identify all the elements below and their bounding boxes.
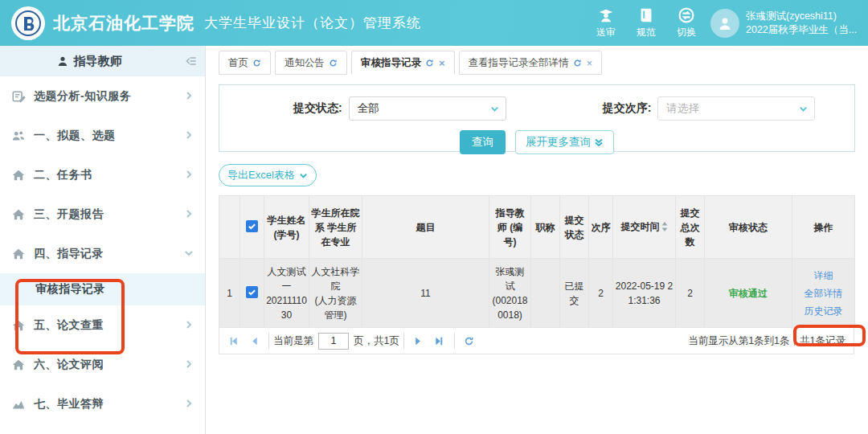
school-logo-icon (11, 6, 45, 40)
home-icon (11, 247, 26, 261)
total-submits-cell: 2 (676, 259, 705, 328)
refresh-icon[interactable] (573, 59, 582, 68)
document-edit-icon (11, 89, 26, 104)
review-status-header: 审核状态 (705, 196, 792, 259)
teacher-icon (56, 55, 69, 68)
full-detail-link[interactable]: 全部详情 (794, 285, 853, 302)
row-checkbox[interactable] (246, 286, 258, 298)
page-text-suffix: 页，共1页 (354, 334, 399, 348)
review-status-cell: 审核通过 (705, 259, 792, 328)
select-all-header (240, 196, 264, 259)
chevron-right-icon (184, 397, 194, 411)
table-row: 1 人文测试一 2021111030 人文社科学院 (人力资源管理) 11 (219, 259, 855, 328)
sidebar-item-plagiarism-check[interactable]: 五、论文查重 (0, 305, 205, 345)
send-review-button[interactable]: 送审 (596, 6, 616, 39)
last-page-icon[interactable] (429, 336, 450, 346)
refresh-icon[interactable] (329, 59, 338, 68)
chevron-right-icon (184, 89, 194, 104)
teacher-header: 指导教师 (编号) (489, 196, 531, 259)
page-text-prefix: 当前是第 (273, 334, 313, 348)
prev-page-icon[interactable] (244, 336, 264, 346)
user-avatar-icon (710, 9, 739, 38)
book-icon (637, 6, 655, 24)
total-submits-header: 提交总次数 (676, 196, 705, 259)
sidebar-item-guidance-records[interactable]: 四、指导记录 (0, 234, 205, 273)
teacher-cell: 张彧测试 (0020180018) (489, 259, 531, 328)
export-excel-button[interactable]: 导出Excel表格 (219, 164, 317, 186)
sidebar-item-topic-analysis[interactable]: 选题分析-知识服务 (0, 76, 205, 116)
history-link[interactable]: 历史记录 (794, 302, 853, 320)
rank-cell (531, 259, 560, 328)
detail-link[interactable]: 详细 (794, 267, 853, 285)
chevron-down-icon (299, 171, 308, 180)
user-block[interactable]: 张彧测试(zyceshi11) 2022届秋季毕业生（当... (710, 9, 862, 38)
expand-more-query-button[interactable]: 展开更多查询 (515, 130, 614, 154)
refresh-icon[interactable] (252, 59, 261, 68)
chevron-down-icon (799, 104, 808, 113)
order-header: 次序 (589, 196, 613, 259)
standards-button[interactable]: 规范 (637, 6, 656, 39)
submit-status-cell: 已提交 (560, 259, 589, 328)
tab-view-full-details[interactable]: 查看指导记录全部详情 × (459, 51, 603, 75)
people-icon (11, 129, 26, 143)
reload-icon[interactable] (459, 336, 480, 346)
sidebar-item-topic-selection[interactable]: 一、拟题、选题 (0, 116, 205, 155)
sidebar-item-review-guidance-records[interactable]: 审核指导记录 (0, 273, 205, 305)
home-icon (11, 358, 26, 372)
first-page-icon[interactable] (223, 336, 244, 346)
area-chart-icon (11, 397, 26, 411)
department-header: 学生所在院系 学生所在专业 (309, 196, 362, 259)
switch-role-button[interactable]: 切换 (677, 6, 696, 39)
query-button[interactable]: 查询 (460, 130, 506, 154)
chevron-down-icon (490, 104, 499, 113)
next-page-icon[interactable] (408, 336, 429, 346)
sidebar-item-task-book[interactable]: 二、任务书 (0, 155, 205, 194)
chevron-down-icon (184, 247, 194, 261)
app-header: 北京石油化工学院 大学生毕业设计（论文）管理系统 送审 规范 切换 张彧测试(z… (0, 0, 868, 46)
select-all-checkbox[interactable] (246, 220, 258, 232)
chevron-right-icon (184, 168, 194, 182)
record-count-summary: 当前显示从第1条到1条，共1条记录 (688, 334, 854, 348)
submit-order-label: 提交次序: (603, 101, 652, 116)
close-icon[interactable]: × (439, 58, 445, 68)
submit-time-header[interactable]: 提交时间 (613, 196, 676, 259)
double-chevron-down-icon (594, 137, 604, 147)
sidebar-menu: 选题分析-知识服务 一、拟题、选题 二、任务书 三、开题报告 (0, 76, 205, 424)
sidebar-item-thesis-review[interactable]: 六、论文评阅 (0, 345, 205, 384)
chevron-right-icon (184, 207, 194, 222)
submit-status-header: 提交状态 (560, 196, 589, 259)
tab-bar: 首页 通知公告 审核指导记录 × 查看指导记录全部详情 × (219, 51, 855, 75)
student-cell: 人文测试一 2021111030 (264, 259, 309, 328)
table-header-row: 学生姓名 (学号) 学生所在院系 学生所在专业 题目 指导教师 (编号) 职称 … (219, 196, 855, 259)
sidebar-collapse-icon[interactable] (178, 55, 205, 68)
tab-review-guidance-records[interactable]: 审核指导记录 × (351, 51, 455, 75)
app-window: 北京石油化工学院 大学生毕业设计（论文）管理系统 送审 规范 切换 张彧测试(z… (0, 0, 868, 434)
sidebar-item-opening-report[interactable]: 三、开题报告 (0, 194, 205, 234)
submit-time-cell: 2022-05-19 21:31:36 (613, 259, 676, 328)
row-index: 1 (219, 259, 240, 328)
rank-header: 职称 (531, 196, 560, 259)
order-cell: 2 (589, 259, 613, 328)
tab-home[interactable]: 首页 (219, 51, 271, 75)
student-header: 学生姓名 (学号) (264, 196, 309, 259)
user-name: 张彧测试(zyceshi11) (746, 10, 857, 23)
sidebar-item-graduation-defense[interactable]: 七、毕业答辩 (0, 384, 205, 424)
tab-notices[interactable]: 通知公告 (275, 51, 347, 75)
submit-order-select[interactable]: 请选择 (657, 96, 815, 121)
records-table: 学生姓名 (学号) 学生所在院系 学生所在专业 题目 指导教师 (编号) 职称 … (219, 195, 855, 328)
sort-icon[interactable] (661, 221, 668, 235)
page-number-input[interactable] (318, 333, 349, 350)
submit-status-label: 提交状态: (293, 101, 342, 116)
refresh-icon[interactable] (425, 59, 434, 68)
title-cell: 11 (362, 259, 489, 328)
header-actions: 送审 规范 切换 (596, 6, 696, 39)
filter-panel: 提交状态: 全部 提交次序: 请选择 (219, 84, 855, 152)
user-cohort: 2022届秋季毕业生（当... (746, 23, 857, 37)
home-icon (11, 318, 26, 333)
chevron-right-icon (184, 318, 194, 333)
close-icon[interactable]: × (587, 58, 593, 68)
status-badge: 审核通过 (729, 288, 768, 299)
graduate-icon (597, 6, 615, 24)
operations-cell: 详细 全部详情 历史记录 (792, 259, 855, 328)
submit-status-select[interactable]: 全部 (349, 96, 506, 121)
